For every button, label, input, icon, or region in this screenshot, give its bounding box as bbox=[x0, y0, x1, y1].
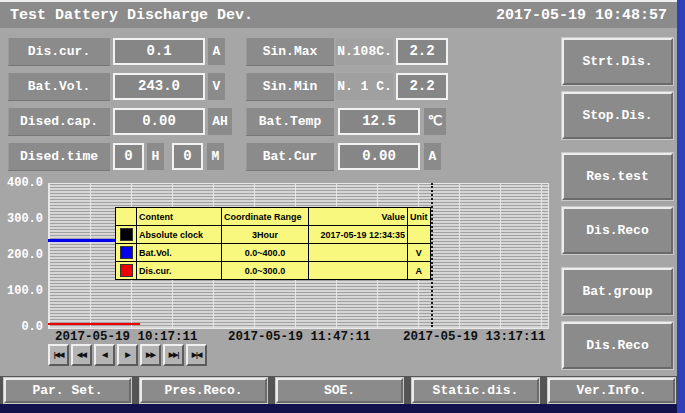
legend-content-clock: Absolute clock bbox=[137, 226, 222, 244]
bat-vol-swatch bbox=[120, 246, 133, 259]
label-bat-temp: Bat.Temp bbox=[246, 108, 334, 135]
unit-hours: H bbox=[147, 143, 164, 170]
y-tick-0: 0.0 bbox=[0, 320, 43, 334]
dis-cur-trend-line bbox=[48, 323, 140, 325]
unit-dis-cur: A bbox=[208, 38, 225, 65]
bat-vol-trend-line bbox=[48, 239, 115, 242]
unit-minutes: M bbox=[207, 143, 224, 170]
legend-unit-dis-cur: A bbox=[408, 262, 431, 280]
label-bat-vol: Bat.Vol. bbox=[8, 73, 110, 100]
bottom-navy-bar bbox=[0, 404, 685, 413]
legend-unit-bat-vol: V bbox=[408, 244, 431, 262]
seek-last-icon[interactable]: ▶▶| bbox=[163, 344, 184, 366]
value-dised-time-minutes: 0 bbox=[172, 143, 203, 170]
label-sin-max: Sin.Max bbox=[246, 38, 334, 65]
label-sin-min: Sin.Min bbox=[246, 73, 334, 100]
legend-value-bat-vol bbox=[309, 244, 408, 262]
step-back-icon[interactable]: ◀ bbox=[94, 344, 115, 366]
resistance-test-button[interactable]: Res.test bbox=[562, 153, 673, 200]
unit-bat-cur: A bbox=[424, 143, 441, 170]
x-tick-end: 2017-05-19 13:17:11 bbox=[403, 330, 546, 344]
fast-forward-icon[interactable]: ▶▶ bbox=[140, 344, 161, 366]
trend-playback-controls: |◀◀ ◀◀ ◀ ▶ ▶▶ ▶▶| ▶|◀ bbox=[48, 344, 207, 366]
seek-current-icon[interactable]: ▶|◀ bbox=[186, 344, 207, 366]
sublabel-sin-max-cell: N.108C. bbox=[336, 38, 393, 65]
legend-value-dis-cur bbox=[309, 262, 408, 280]
legend-swatch-header-cell bbox=[116, 208, 137, 226]
label-bat-cur: Bat.Cur bbox=[246, 143, 334, 170]
unit-dised-cap: AH bbox=[208, 108, 232, 135]
step-forward-icon[interactable]: ▶ bbox=[117, 344, 138, 366]
x-tick-start: 2017-05-19 10:17:11 bbox=[55, 330, 198, 344]
y-tick-100: 100.0 bbox=[0, 284, 43, 298]
value-dised-time-hours: 0 bbox=[113, 143, 144, 170]
unit-bat-temp: ℃ bbox=[424, 108, 446, 135]
legend-header-range: Coordinate Range bbox=[222, 208, 309, 226]
discharge-record-button-2[interactable]: Dis.Reco bbox=[562, 322, 673, 369]
y-tick-300: 300.0 bbox=[0, 212, 43, 226]
value-dis-cur: 0.1 bbox=[113, 38, 205, 65]
version-info-button[interactable]: Ver.Info. bbox=[548, 378, 675, 403]
clock-swatch bbox=[120, 228, 133, 241]
legend-content-bat-vol: Bat.Vol. bbox=[137, 244, 222, 262]
legend-unit-clock bbox=[408, 226, 431, 244]
label-dis-cur: Dis.cur. bbox=[8, 38, 110, 65]
y-tick-400: 400.0 bbox=[0, 176, 43, 190]
value-sin-max: 2.2 bbox=[396, 38, 448, 65]
legend-table: Content Coordinate Range Value Unit Abso… bbox=[115, 207, 431, 280]
unit-bat-vol: V bbox=[208, 73, 225, 100]
value-dised-cap: 0.00 bbox=[113, 108, 205, 135]
legend-value-clock: 2017-05-19 12:34:35 bbox=[309, 226, 408, 244]
seek-first-icon[interactable]: |◀◀ bbox=[48, 344, 69, 366]
label-dised-cap: Dised.cap. bbox=[8, 108, 110, 135]
time-cursor-line[interactable] bbox=[431, 183, 433, 327]
label-dised-time: Dised.time bbox=[8, 143, 110, 170]
pressure-record-button[interactable]: Pres.Reco. bbox=[140, 378, 267, 403]
x-tick-middle: 2017-05-19 11:47:11 bbox=[228, 330, 371, 344]
stop-discharge-button[interactable]: Stop.Dis. bbox=[562, 92, 673, 139]
legend-content-dis-cur: Dis.cur. bbox=[137, 262, 222, 280]
value-bat-temp: 12.5 bbox=[338, 108, 420, 135]
system-clock: 2017-05-19 10:48:57 bbox=[496, 7, 667, 24]
y-tick-200: 200.0 bbox=[0, 248, 43, 262]
right-edge-strip bbox=[677, 0, 685, 413]
start-discharge-button[interactable]: Strt.Dis. bbox=[562, 38, 673, 85]
legend-row-bat-vol: Bat.Vol. 0.0~400.0 V bbox=[116, 244, 431, 262]
soe-button[interactable]: SOE. bbox=[276, 378, 403, 403]
value-sin-min: 2.2 bbox=[396, 73, 448, 100]
legend-range-clock: 3Hour bbox=[222, 226, 309, 244]
legend-row-absolute-clock: Absolute clock 3Hour 2017-05-19 12:34:35 bbox=[116, 226, 431, 244]
discharge-record-button[interactable]: Dis.Reco bbox=[562, 207, 673, 254]
hmi-screen: Test Dattery Discharge Dev. 2017-05-19 1… bbox=[0, 0, 685, 413]
legend-header-row: Content Coordinate Range Value Unit bbox=[116, 208, 431, 226]
legend-range-bat-vol: 0.0~400.0 bbox=[222, 244, 309, 262]
battery-group-button[interactable]: Bat.group bbox=[562, 268, 673, 315]
legend-header-unit: Unit bbox=[408, 208, 431, 226]
legend-header-value: Value bbox=[309, 208, 408, 226]
parameter-set-button[interactable]: Par. Set. bbox=[4, 378, 131, 403]
legend-row-dis-cur: Dis.cur. 0.0~300.0 A bbox=[116, 262, 431, 280]
title-bar: Test Dattery Discharge Dev. 2017-05-19 1… bbox=[0, 2, 677, 28]
static-discharge-button[interactable]: Static.dis. bbox=[412, 378, 539, 403]
dis-cur-swatch bbox=[120, 264, 133, 277]
legend-header-content: Content bbox=[137, 208, 222, 226]
value-bat-cur: 0.00 bbox=[338, 143, 420, 170]
sublabel-sin-min-cell: N. 1 C. bbox=[336, 73, 393, 100]
fast-rewind-icon[interactable]: ◀◀ bbox=[71, 344, 92, 366]
legend-range-dis-cur: 0.0~300.0 bbox=[222, 262, 309, 280]
page-title: Test Dattery Discharge Dev. bbox=[10, 7, 253, 24]
value-bat-vol: 243.0 bbox=[113, 73, 205, 100]
